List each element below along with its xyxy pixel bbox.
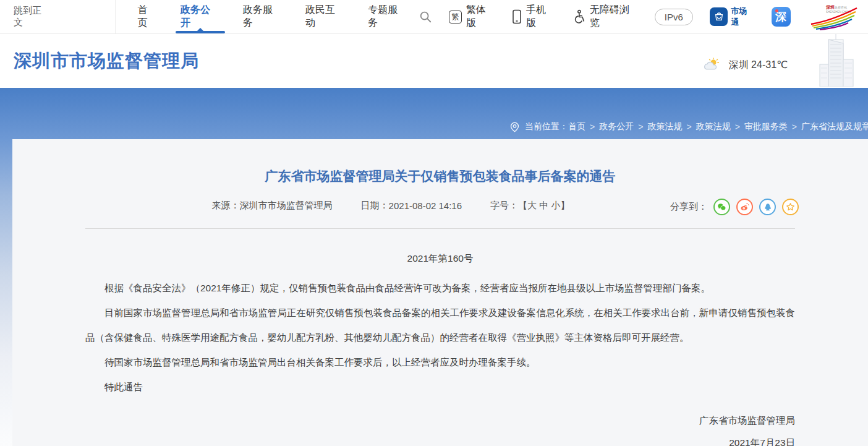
nav-item-label: 首页 <box>137 4 157 30</box>
nav-item-special-topics[interactable]: 专题服务 <box>356 0 419 33</box>
topbar-divider <box>115 0 116 33</box>
meta-fontsize: 字号： 【大 中 小】 <box>490 200 569 212</box>
breadcrumb-separator: > <box>792 122 797 132</box>
fontsize-control[interactable]: 【大 中 小】 <box>518 200 569 212</box>
nav-item-interaction[interactable]: 政民互动 <box>294 0 356 33</box>
breadcrumb-separator: > <box>686 122 691 132</box>
breadcrumb-separator: > <box>638 122 643 132</box>
shenzhen-china-logo: 深圳 政府在线 SHENZHEN CHINA <box>807 3 859 30</box>
top-bar: 跳到正文 首页 政务公开 政务服务 政民互动 专题服务 <box>0 0 868 34</box>
accessibility-button[interactable]: 无障碍浏览 <box>572 4 638 30</box>
nav-item-label: 政民互动 <box>305 4 344 30</box>
article-meta-row: 来源： 深圳市市场监督管理局 日期： 2021-08-02 14:16 字号： … <box>12 200 868 218</box>
i-shenzhen-dot <box>775 9 778 12</box>
skip-to-content-link[interactable]: 跳到正文 <box>14 5 50 28</box>
meta-divider <box>85 228 795 229</box>
i-shenzhen-app-icon[interactable]: 深 <box>772 7 791 27</box>
weather-icon <box>703 58 721 72</box>
breadcrumb-separator: > <box>735 122 740 132</box>
main-nav: 首页 政务公开 政务服务 政民互动 专题服务 <box>126 0 419 33</box>
share-qq-button[interactable] <box>759 199 776 215</box>
paragraph-1: 根据《食品安全法》（2021年修正）规定，仅销售预包装食品由食品经营许可改为备案… <box>85 276 795 301</box>
traditional-version-button[interactable]: 繁 繁体版 <box>449 4 495 30</box>
weather-text: 深圳 24-31℃ <box>729 59 788 72</box>
article-card: 广东省市场监督管理局关于仅销售预包装食品事后备案的通告 来源： 深圳市市场监督管… <box>12 139 868 446</box>
breadcrumb-item-disclosure[interactable]: 政务公开 <box>599 121 634 132</box>
closing-line: 特此通告 <box>85 375 795 400</box>
meta-date-label: 日期： <box>361 200 389 212</box>
meta-source-label: 来源： <box>212 200 240 212</box>
breadcrumb-item-approval[interactable]: 审批服务类 <box>744 121 788 132</box>
traditional-icon: 繁 <box>449 11 462 24</box>
meta-date-value: 2021-08-02 14:16 <box>389 200 462 211</box>
signature-date: 2021年7月23日 <box>85 432 795 446</box>
svg-text:深圳: 深圳 <box>825 5 835 10</box>
market-app-badge[interactable]: 市场通 <box>710 6 755 28</box>
breadcrumb-separator: > <box>590 122 595 132</box>
market-app-label: 市场通 <box>731 6 754 28</box>
nav-item-label: 政务服务 <box>243 4 282 30</box>
accessibility-icon <box>572 9 585 24</box>
site-header: 深圳市市场监督管理局 深圳 24-31℃ <box>0 34 868 88</box>
article-title: 广东省市场监督管理局关于仅销售预包装食品事后备案的通告 <box>12 168 868 185</box>
breadcrumb-item-gd-regulations[interactable]: 广东省法规及规章 <box>801 121 868 132</box>
page: 跳到正文 首页 政务公开 政务服务 政民互动 专题服务 <box>0 0 868 446</box>
building-illustration <box>807 32 864 89</box>
location-pin-icon <box>509 122 520 132</box>
weibo-icon <box>739 202 750 212</box>
meta-date: 日期： 2021-08-02 14:16 <box>361 200 462 212</box>
search-icon[interactable] <box>419 10 432 24</box>
mobile-label: 手机版 <box>526 4 555 30</box>
wechat-icon <box>717 202 727 212</box>
breadcrumb-item-policy[interactable]: 政策法规 <box>647 121 682 132</box>
article-body: 2021年第160号 根据《食品安全法》（2021年修正）规定，仅销售预包装食品… <box>85 246 795 446</box>
meta-source: 来源： 深圳市市场监督管理局 <box>212 200 333 212</box>
paragraph-3: 待国家市场监督管理总局和省市场监管局出台相关备案工作要求后，以上经营者应及时办理… <box>85 350 795 375</box>
nav-item-gov-disclosure[interactable]: 政务公开 <box>169 0 231 33</box>
site-title[interactable]: 深圳市市场监督管理局 <box>14 49 199 74</box>
mobile-version-button[interactable]: 手机版 <box>512 4 555 30</box>
nav-item-gov-services[interactable]: 政务服务 <box>231 0 294 33</box>
breadcrumb: 当前位置： 首页 > 政务公开 > 政策法规 > 政策法规 > 审批服务类 > … <box>509 121 868 132</box>
nav-item-label: 专题服务 <box>368 4 407 30</box>
share-label: 分享到： <box>670 201 707 213</box>
topbar-tools: 繁 繁体版 手机版 <box>419 3 868 30</box>
breadcrumb-item-policy2[interactable]: 政策法规 <box>696 121 731 132</box>
share-qzone-button[interactable] <box>782 199 799 215</box>
accessibility-label: 无障碍浏览 <box>590 4 638 30</box>
meta-source-value: 深圳市市场监督管理局 <box>240 200 333 212</box>
paragraph-2: 目前国家市场监督管理总局和省市场监管局正在研究仅销售预包装食品备案的相关工作要求… <box>85 301 795 350</box>
qzone-star-icon <box>785 202 796 212</box>
share-bar: 分享到： <box>670 199 799 215</box>
mobile-phone-icon <box>512 9 522 24</box>
breadcrumb-item-home[interactable]: 首页 <box>568 121 585 132</box>
weather-widget: 深圳 24-31℃ <box>703 58 788 72</box>
share-weibo-button[interactable] <box>736 199 753 215</box>
breadcrumb-label: 当前位置： <box>525 121 568 132</box>
nav-item-label: 政务公开 <box>181 4 219 30</box>
ipv6-badge[interactable]: IPv6 <box>655 9 693 25</box>
qq-icon <box>763 202 773 212</box>
document-number: 2021年第160号 <box>85 246 795 271</box>
market-app-icon <box>710 7 728 26</box>
share-wechat-button[interactable] <box>713 199 730 215</box>
nav-item-home[interactable]: 首页 <box>126 0 169 33</box>
active-tab-underline <box>176 31 225 33</box>
svg-text:政府在线: 政府在线 <box>835 6 847 9</box>
signature-org: 广东省市场监督管理局 <box>85 410 795 432</box>
traditional-label: 繁体版 <box>466 4 495 30</box>
active-tab-caret <box>197 28 203 31</box>
meta-fontsize-label: 字号： <box>490 200 518 212</box>
